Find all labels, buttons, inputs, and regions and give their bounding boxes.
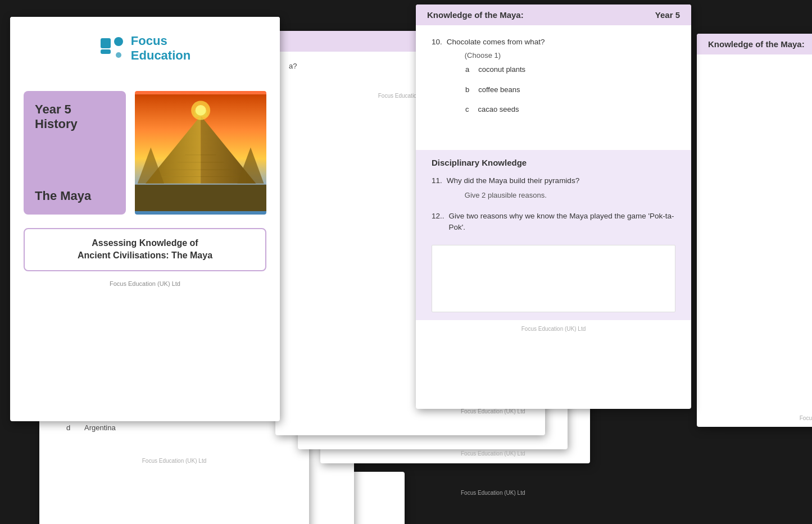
right-footer-1: Focus Education (UK) Ltd	[697, 415, 812, 421]
opt-a-text: coconut plants	[478, 64, 525, 75]
svg-rect-5	[135, 185, 266, 211]
q11-num: 11.	[432, 175, 442, 204]
quiz-header-title: Knowledge of the Maya:	[427, 10, 524, 20]
q11-text: Why did the Maya build their pyramids?	[447, 175, 579, 186]
svg-rect-0	[101, 38, 111, 48]
question-11-row: 11. Why did the Maya build their pyramid…	[432, 175, 675, 208]
option-d-label: d	[66, 423, 75, 432]
focus-education-logo-icon	[99, 36, 124, 61]
right-body-1	[697, 54, 812, 72]
mid-footer-3: Focus Education (UK) Ltd	[461, 490, 525, 496]
bottom-footer-1: Focus Education (UK) Ltd	[53, 452, 296, 470]
quiz-main-page: Knowledge of the Maya: Year 5 10. Chocol…	[416, 4, 691, 409]
cover-footer: Focus Education (UK) Ltd	[10, 280, 280, 296]
pyramid-illustration	[135, 91, 266, 215]
cover-subject: History	[35, 117, 115, 131]
opt-c-label: c	[465, 104, 469, 115]
q10-sub: (Choose 1)	[465, 51, 545, 60]
quiz-footer: Focus Education (UK) Ltd	[416, 320, 691, 338]
opt-a-label: a	[465, 64, 469, 75]
quiz-header-year: Year 5	[655, 10, 680, 20]
quiz-header: Knowledge of the Maya: Year 5	[416, 4, 691, 25]
logo-text: Focus Education	[131, 34, 190, 63]
right-header-1: Knowledge of the Maya: ear 5	[697, 34, 812, 54]
svg-point-3	[116, 52, 121, 58]
quiz-body: 10. Chocolate comes from what? (Choose 1…	[416, 25, 691, 141]
cover-page: Focus Education Year 5 History The Maya	[10, 17, 280, 421]
q10-content: Chocolate comes from what? (Choose 1)	[447, 37, 545, 62]
q11-sub: Give 2 plausible reasons.	[465, 191, 579, 199]
option-c-row: c cacao seeds	[432, 104, 675, 121]
right-title-1: Knowledge of the Maya:	[708, 39, 805, 49]
cover-year: Year 5	[35, 102, 115, 117]
mid-footer-2: Focus Education (UK) Ltd	[461, 450, 525, 457]
answer-area	[432, 245, 675, 312]
q10-text: Chocolate comes from what?	[447, 37, 545, 48]
opt-c-text: cacao seeds	[478, 104, 519, 115]
q12-num: 12..	[432, 211, 444, 234]
q10-num: 10.	[432, 37, 442, 58]
disciplinary-section: Disciplinary Knowledge 11. Why did the M…	[416, 150, 691, 320]
opt-b-text: coffee beans	[478, 84, 520, 95]
svg-rect-1	[101, 49, 111, 54]
cover-label-box: Year 5 History The Maya	[24, 91, 126, 215]
question-10-row: 10. Chocolate comes from what? (Choose 1…	[432, 37, 675, 62]
mid-footer-1: Focus Education (UK) Ltd	[461, 408, 525, 414]
option-d-row: d Argentina	[66, 423, 282, 432]
opt-b-label: b	[465, 84, 469, 95]
option-d-text: Argentina	[84, 423, 116, 432]
logo-area: Focus Education	[99, 34, 190, 63]
cover-body: Year 5 History The Maya	[10, 91, 280, 228]
right-page-1: Knowledge of the Maya: ear 5 Focus Educa…	[697, 34, 812, 427]
svg-point-20	[195, 105, 206, 116]
cover-subtitle-box: Assessing Knowledge of Ancient Civilisat…	[24, 228, 266, 271]
q12-text: Give two reasons why we know the Maya pl…	[449, 211, 675, 234]
question-12-row: 12.. Give two reasons why we know the Ma…	[432, 211, 675, 238]
cover-subtitle-line1: Assessing Knowledge of	[36, 237, 254, 249]
cover-top: Focus Education	[10, 17, 280, 91]
cover-topic: The Maya	[35, 189, 115, 203]
cover-subtitle-line2: Ancient Civilisations: The Maya	[36, 249, 254, 262]
disc-header: Disciplinary Knowledge	[432, 158, 675, 167]
svg-point-2	[114, 37, 123, 46]
q11-content: Why did the Maya build their pyramids? G…	[447, 175, 579, 208]
option-b-row: b coffee beans	[432, 84, 675, 101]
cover-image	[135, 91, 266, 215]
option-a-row: a coconut plants	[432, 64, 675, 81]
